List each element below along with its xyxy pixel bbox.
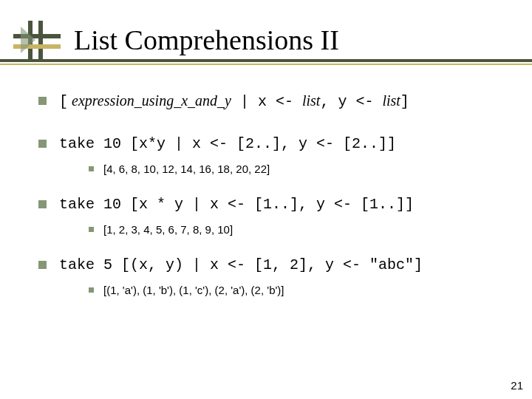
result-text: [1, 2, 3, 4, 5, 6, 7, 8, 9, 10] [103, 223, 233, 236]
code-line: take 5 [(x, y) | x <- [1, 2], y <- "abc"… [59, 256, 423, 273]
list-item: [(1, 'a'), (1, 'b'), (1, 'c'), (2, 'a'),… [89, 284, 510, 296]
svg-rect-3 [13, 44, 61, 49]
title-row: List Comprehensions II [0, 21, 532, 59]
divider-light [0, 64, 532, 65]
svg-rect-1 [38, 21, 43, 59]
slide-title: List Comprehensions II [74, 24, 339, 56]
italic-text: expression_using_x_and_y [68, 92, 231, 109]
square-bullet-icon [38, 261, 47, 269]
slide-body: [ expression_using_x_and_y | x <- list, … [38, 92, 510, 317]
bullet-list: [ expression_using_x_and_y | x <- list, … [38, 92, 510, 296]
code-line: take 10 [x * y | x <- [1..], y <- [1..]] [59, 196, 414, 213]
code-line: take 10 [x*y | x <- [2..], y <- [2..]] [59, 135, 396, 152]
square-bullet-icon [89, 227, 94, 232]
square-bullet-icon [38, 140, 47, 148]
list-item: take 5 [(x, y) | x <- [1, 2], y <- "abc"… [38, 256, 510, 296]
square-bullet-icon [89, 287, 94, 293]
syntax-template: [ expression_using_x_and_y | x <- list, … [59, 93, 409, 110]
list-item: [4, 6, 8, 10, 12, 14, 16, 18, 20, 22] [89, 163, 510, 175]
sub-list: [4, 6, 8, 10, 12, 14, 16, 18, 20, 22] [59, 163, 510, 175]
result-text: [4, 6, 8, 10, 12, 14, 16, 18, 20, 22] [103, 163, 270, 175]
square-bullet-icon [38, 97, 47, 105]
code-text: | x <- [231, 93, 302, 110]
code-text: ] [400, 93, 409, 110]
haskell-logo-icon [0, 21, 74, 59]
square-bullet-icon [89, 166, 94, 171]
list-item: [1, 2, 3, 4, 5, 6, 7, 8, 9, 10] [89, 223, 510, 236]
italic-text: list [302, 92, 320, 109]
sub-list: [(1, 'a'), (1, 'b'), (1, 'c'), (2, 'a'),… [59, 284, 510, 296]
divider-dark [0, 59, 532, 62]
page-number: 21 [511, 379, 523, 392]
code-text: , y <- [320, 93, 382, 110]
sub-list: [1, 2, 3, 4, 5, 6, 7, 8, 9, 10] [59, 223, 510, 236]
list-item: take 10 [x * y | x <- [1..], y <- [1..]]… [38, 196, 510, 236]
list-item: [ expression_using_x_and_y | x <- list, … [38, 92, 510, 110]
result-text: [(1, 'a'), (1, 'b'), (1, 'c'), (2, 'a'),… [103, 284, 284, 296]
code-text: [ [59, 93, 68, 110]
square-bullet-icon [38, 200, 47, 208]
list-item: take 10 [x*y | x <- [2..], y <- [2..]] [… [38, 135, 510, 175]
svg-rect-2 [13, 34, 61, 38]
italic-text: list [382, 92, 400, 109]
